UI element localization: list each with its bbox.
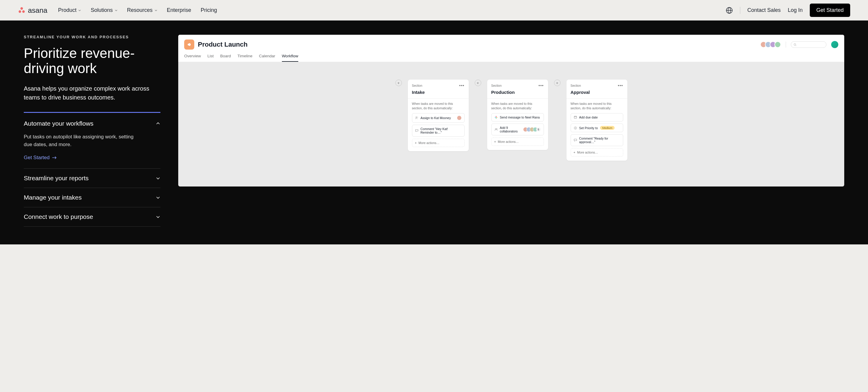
wf-more-actions[interactable]: + More actions… — [491, 137, 544, 146]
get-started-button[interactable]: Get Started — [810, 4, 850, 17]
wf-action-slack[interactable]: Send message to Neel Rana — [491, 113, 544, 122]
add-section-connector: + — [395, 79, 402, 86]
wf-action-label: Send message to Neel Rana — [500, 116, 540, 119]
svg-point-6 — [794, 43, 796, 45]
wf-action-label: Comment "Hey Kat! Reminder to…" — [421, 127, 462, 134]
megaphone-icon — [187, 42, 192, 47]
app-title-row: Product Launch — [184, 39, 838, 50]
feature-accordion: Automate your workflows Put tasks on aut… — [24, 112, 160, 227]
tab-overview[interactable]: Overview — [184, 54, 201, 62]
wf-action-collaborators[interactable]: Add 9 collaborators 5 — [491, 124, 544, 135]
tab-board[interactable]: Board — [220, 54, 231, 62]
nav-link-pricing[interactable]: Pricing — [201, 7, 217, 13]
wf-section-label: Section ••• — [491, 83, 544, 88]
wf-trigger-text: When tasks are moved to this section, do… — [571, 102, 623, 110]
comment-icon — [574, 138, 577, 142]
wf-card-head: Section ••• Production — [487, 79, 548, 99]
workflow-card-intake[interactable]: Section ••• Intake When tasks are moved … — [408, 79, 469, 151]
wf-action-label: Add due date — [579, 116, 598, 119]
wf-action-comment[interactable]: Comment "Hey Kat! Reminder to…" — [412, 125, 465, 137]
more-menu-icon[interactable]: ••• — [459, 83, 465, 88]
accordion-body: Put tasks on autopilot like assigning wo… — [24, 133, 143, 148]
workflow-card-production[interactable]: Section ••• Production When tasks are mo… — [487, 79, 548, 150]
wf-more-actions[interactable]: + More actions… — [571, 148, 623, 157]
top-nav: asana Product Solutions Resources Enterp… — [0, 0, 868, 21]
chevron-down-icon — [78, 9, 81, 12]
asana-logo[interactable]: asana — [18, 6, 47, 14]
avatar-overflow-count: 5 — [536, 127, 541, 132]
accordion-cta-link[interactable]: Get Started — [24, 155, 160, 161]
workflow-card-approval[interactable]: Section ••• Approval When tasks are move… — [566, 79, 627, 161]
accordion-item-purpose[interactable]: Connect work to purpose — [24, 207, 160, 227]
section-label-text: Section — [412, 84, 423, 87]
wf-action-duedate[interactable]: Add due date — [571, 113, 623, 122]
avatar — [774, 41, 781, 48]
section-label-text: Section — [491, 84, 502, 87]
wf-card-head: Section ••• Intake — [408, 79, 469, 99]
app-title-left: Product Launch — [184, 39, 247, 50]
hero-section: STREAMLINE YOUR WORK AND PROCESSES Prior… — [0, 21, 868, 244]
accordion-item-reports[interactable]: Streamline your reports — [24, 169, 160, 188]
accordion-header[interactable]: Automate your workflows — [24, 113, 160, 133]
svg-point-8 — [415, 117, 417, 118]
add-section-button[interactable]: + — [395, 79, 402, 86]
svg-rect-12 — [495, 117, 496, 118]
nav-link-enterprise[interactable]: Enterprise — [167, 7, 191, 13]
login-link[interactable]: Log In — [788, 7, 803, 13]
user-avatar[interactable] — [831, 41, 838, 48]
tab-calendar[interactable]: Calendar — [259, 54, 275, 62]
wf-action-assign[interactable]: Assign to Kat Mooney — [412, 113, 465, 123]
tab-list[interactable]: List — [207, 54, 214, 62]
chevron-down-icon — [154, 9, 157, 12]
svg-point-14 — [496, 129, 497, 129]
hero-left: STREAMLINE YOUR WORK AND PROCESSES Prior… — [24, 35, 160, 227]
target-icon — [574, 126, 577, 130]
add-section-button[interactable]: + — [475, 79, 481, 86]
people-icon — [494, 128, 498, 131]
wf-section-label: Section ••• — [412, 83, 465, 88]
more-menu-icon[interactable]: ••• — [618, 83, 623, 88]
tab-timeline[interactable]: Timeline — [237, 54, 252, 62]
nav-link-resources[interactable]: Resources — [127, 7, 157, 13]
accordion-title: Streamline your reports — [24, 175, 89, 182]
search-input[interactable] — [791, 41, 827, 48]
wf-more-actions[interactable]: + More actions… — [412, 139, 465, 147]
wf-section-name: Production — [491, 90, 544, 95]
nav-link-solutions[interactable]: Solutions — [91, 7, 117, 13]
wf-more-label: More actions… — [577, 151, 598, 154]
tab-workflow[interactable]: Workflow — [282, 54, 298, 62]
accordion-header[interactable]: Connect work to purpose — [24, 207, 160, 226]
member-avatars[interactable] — [760, 41, 781, 48]
nav-link-product[interactable]: Product — [58, 7, 81, 13]
svg-rect-10 — [496, 117, 497, 118]
plus-icon: + — [494, 140, 496, 143]
hero-mockup: Product Launch — [178, 35, 844, 187]
app-header: Product Launch — [178, 35, 844, 62]
accordion-header[interactable]: Streamline your reports — [24, 169, 160, 188]
more-menu-icon[interactable]: ••• — [538, 83, 544, 88]
svg-point-13 — [495, 129, 496, 129]
contact-sales-link[interactable]: Contact Sales — [747, 7, 781, 13]
nav-link-label: Resources — [127, 7, 153, 13]
add-section-button[interactable]: + — [554, 79, 561, 86]
chevron-down-icon — [156, 176, 160, 181]
add-section-connector: + — [475, 79, 481, 86]
nav-link-label: Product — [58, 7, 76, 13]
chevron-up-icon — [156, 121, 160, 126]
asana-logo-text: asana — [28, 6, 47, 14]
accordion-item-intakes[interactable]: Manage your intakes — [24, 188, 160, 207]
chevron-down-icon — [156, 215, 160, 219]
wf-action-label: Add 9 collaborators — [500, 126, 521, 133]
wf-section-label: Section ••• — [571, 83, 623, 88]
priority-badge: Medium — [600, 126, 615, 130]
accordion-item-automate[interactable]: Automate your workflows Put tasks on aut… — [24, 112, 160, 169]
accordion-header[interactable]: Manage your intakes — [24, 188, 160, 207]
svg-line-7 — [796, 45, 797, 46]
nav-right: Contact Sales Log In Get Started — [726, 4, 850, 17]
globe-icon[interactable] — [726, 7, 733, 14]
assign-icon — [415, 116, 418, 120]
comment-icon — [415, 129, 418, 132]
wf-action-comment[interactable]: Comment "Ready for approval…" — [571, 134, 623, 146]
wf-action-priority[interactable]: Set Priority to Medium — [571, 124, 623, 132]
asana-logo-icon — [18, 6, 26, 14]
